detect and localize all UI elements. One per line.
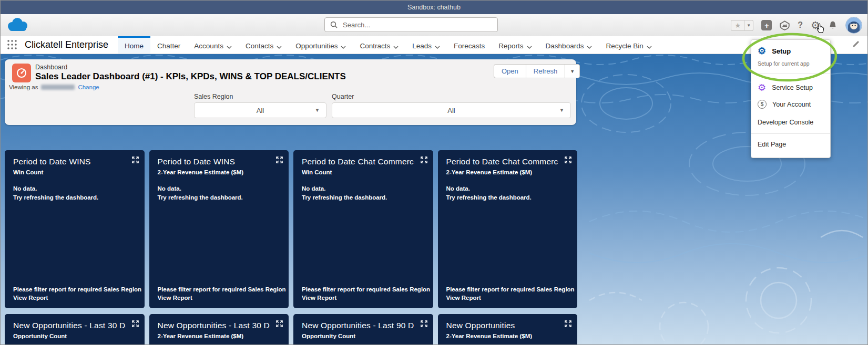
tab-forecasts[interactable]: Forecasts (447, 36, 492, 54)
filter-note-text: Please filter report for required Sales … (13, 286, 141, 292)
chevron-down-icon[interactable] (647, 43, 652, 50)
notifications-bell-icon[interactable] (828, 20, 838, 30)
try-refresh-text: Try refreshing the dashboard. (446, 194, 532, 201)
menu-item-service-setup[interactable]: ⚙ Service Setup (758, 82, 813, 93)
favorites-button[interactable]: ★ ▼ (731, 20, 753, 31)
sales-region-select[interactable]: All ▼ (194, 102, 326, 118)
chevron-down-icon[interactable] (277, 43, 282, 50)
card-subtitle: 2-Year Revenue Estimate ($M) (446, 169, 569, 175)
tab-opportunities[interactable]: Opportunities (289, 36, 353, 54)
card-subtitle: Opportunity Count (13, 333, 136, 339)
tab-reports[interactable]: Reports (492, 36, 538, 54)
dashboard-card: Period to Date WINS Win Count No data.Tr… (5, 150, 145, 308)
global-search[interactable] (324, 17, 498, 32)
help-icon[interactable]: ? (798, 20, 803, 30)
menu-divider (751, 133, 830, 134)
no-data-text: No data. (158, 185, 181, 192)
card-title: Period to Date Chat Commerce ... (446, 157, 559, 166)
tab-dashboards[interactable]: Dashboards (539, 36, 599, 54)
card-title: New Opportunities - Last 30 Days (13, 321, 126, 330)
page-title: Sales Leader Dashboard (#1) - KPIs, KPDs… (35, 71, 346, 82)
expand-icon[interactable] (132, 320, 139, 329)
chevron-down-icon[interactable] (393, 43, 399, 50)
tab-home[interactable]: Home (118, 36, 150, 54)
header-utility-icons: ★ ▼ + ? ⚙ (731, 17, 862, 34)
cursor-hand-icon (815, 23, 825, 36)
select-caret-icon: ▼ (559, 108, 564, 113)
favorites-caret-icon[interactable]: ▼ (744, 20, 753, 31)
quarter-select[interactable]: All ▼ (332, 102, 571, 118)
card-title: Period to Date Chat Commerce ... (302, 157, 414, 166)
card-title: New Opportunities - Last 90 Days (302, 321, 414, 330)
view-report-link[interactable]: View Report (158, 295, 192, 301)
salesforce-cloud-logo (6, 16, 30, 36)
try-refresh-text: Try refreshing the dashboard. (13, 194, 98, 201)
dashboard-cards-row-1: Period to Date WINS Win Count No data.Tr… (5, 150, 577, 308)
app-launcher-icon[interactable] (7, 39, 17, 54)
dashboard-card: Period to Date Chat Commerce ... 2-Year … (438, 150, 578, 308)
more-actions-caret-button[interactable]: ▼ (565, 64, 580, 78)
card-subtitle: 2-Year Revenue Estimate ($M) (158, 169, 281, 175)
menu-divider (751, 74, 830, 74)
expand-icon[interactable] (421, 156, 427, 165)
refresh-button[interactable]: Refresh (526, 64, 566, 78)
open-button[interactable]: Open (494, 64, 526, 78)
dashboard-card: Period to Date Chat Commerce ... Win Cou… (293, 150, 433, 308)
card-title: Period to Date WINS (158, 157, 270, 166)
dashboard-card: New Opportunities - Last 30 Days 2-Year … (149, 314, 289, 345)
setup-dropdown-menu: ⚙ Setup Setup for current app ⚙ Service … (751, 39, 831, 158)
chevron-down-icon[interactable] (227, 43, 232, 50)
redacted-user-name (41, 85, 75, 90)
chevron-down-icon[interactable] (587, 43, 592, 50)
expand-icon[interactable] (565, 156, 571, 165)
global-header: ★ ▼ + ? ⚙ (1, 14, 867, 37)
expand-icon[interactable] (276, 156, 283, 165)
card-subtitle: Opportunity Count (302, 333, 425, 339)
app-nav-bar: Clickatell Enterprise Home Chatter Accou… (1, 36, 867, 54)
dashboard-card: New Opportunities - Last 90 Days Opportu… (293, 314, 433, 345)
change-link[interactable]: Change (78, 84, 99, 90)
try-refresh-text: Try refreshing the dashboard. (158, 194, 243, 201)
browser-window: Sandbox: chathub ★ ▼ + (0, 0, 868, 345)
tab-contacts[interactable]: Contacts (239, 36, 289, 54)
tab-leads[interactable]: Leads (405, 36, 447, 54)
menu-item-your-account[interactable]: $ Your Account (758, 100, 811, 109)
menu-item-edit-page[interactable]: Edit Page (758, 141, 786, 148)
view-report-link[interactable]: View Report (446, 295, 481, 301)
card-subtitle: Win Count (13, 169, 136, 175)
user-avatar[interactable] (845, 17, 862, 34)
chevron-down-icon[interactable] (435, 43, 440, 50)
menu-item-setup[interactable]: ⚙ Setup (758, 45, 791, 57)
filter-note-text: Please filter report for required Sales … (446, 286, 575, 292)
select-caret-icon: ▼ (315, 108, 320, 113)
expand-icon[interactable] (276, 320, 283, 329)
add-icon[interactable]: + (761, 20, 772, 30)
view-report-link[interactable]: View Report (302, 295, 336, 301)
card-title: Period to Date WINS (13, 157, 126, 166)
tab-contracts[interactable]: Contracts (353, 36, 405, 54)
tab-recycle-bin[interactable]: Recycle Bin (599, 36, 658, 54)
card-title: New Opportunities - Last 30 Days (158, 321, 270, 330)
filter-note-text: Please filter report for required Sales … (158, 286, 286, 292)
menu-item-developer-console[interactable]: Developer Console (758, 119, 813, 126)
expand-icon[interactable] (132, 156, 139, 165)
expand-icon[interactable] (565, 320, 571, 329)
tab-accounts[interactable]: Accounts (187, 36, 239, 54)
card-subtitle: 2-Year Revenue Estimate ($M) (446, 333, 569, 339)
view-report-link[interactable]: View Report (13, 295, 48, 301)
tab-chatter[interactable]: Chatter (150, 36, 187, 54)
filter-note-text: Please filter report for required Sales … (302, 286, 430, 292)
filter-label-sales-region: Sales Region (194, 93, 233, 100)
your-account-dollar-icon: $ (758, 100, 767, 109)
guidance-center-icon[interactable] (780, 20, 790, 30)
dashboard-cards-row-2: New Opportunities - Last 30 Days Opportu… (5, 314, 577, 345)
chevron-down-icon[interactable] (341, 43, 346, 50)
expand-icon[interactable] (421, 320, 427, 329)
viewing-as-label: Viewing as (9, 84, 38, 90)
setup-gear-icon[interactable]: ⚙ (811, 19, 820, 32)
favorites-star-icon[interactable]: ★ (731, 20, 744, 31)
header-button-group: Open Refresh ▼ (494, 64, 580, 78)
edit-page-pencil-icon[interactable] (852, 40, 860, 50)
search-input[interactable] (342, 20, 492, 29)
chevron-down-icon[interactable] (527, 43, 532, 50)
